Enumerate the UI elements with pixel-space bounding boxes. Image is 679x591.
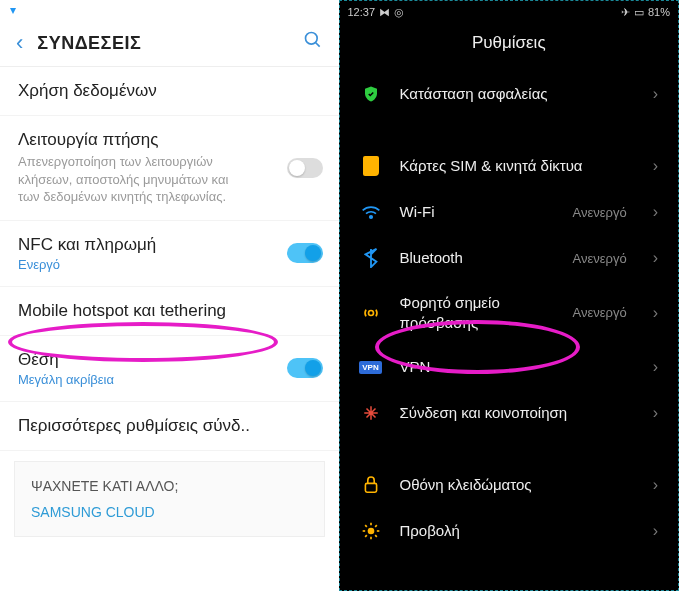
looking-for-box: ΨΑΧΝΕΤΕ ΚΑΤΙ ΑΛΛΟ; SAMSUNG CLOUD [14,461,325,537]
row-lockscreen[interactable]: Οθόνη κλειδώματος › [340,462,679,508]
status-text: Ενεργό [18,257,321,272]
row-bluetooth[interactable]: Bluetooth Ανενεργό › [340,235,679,281]
location-toggle[interactable] [287,358,323,378]
brightness-icon [360,520,382,542]
hotspot-icon [360,302,382,324]
chevron-right-icon: › [653,85,658,103]
label: Φορητό σημείο πρόσβασης [400,293,555,332]
description: Απενεργοποίηση των λειτουργιών κλήσεων, … [18,153,238,206]
svg-line-12 [365,535,367,537]
label: Bluetooth [400,248,555,268]
chevron-right-icon: › [653,249,658,267]
state-text: Ανενεργό [573,305,627,320]
chevron-right-icon: › [653,304,658,322]
nfc-toggle[interactable] [287,243,323,263]
label: Κάρτες SIM & κινητά δίκτυα [400,156,627,176]
share-icon [360,402,382,424]
row-hotspot[interactable]: Mobile hotspot και tethering [0,287,339,336]
wifi-icon [360,201,382,223]
svg-point-3 [368,310,373,315]
back-icon[interactable]: ‹ [16,30,23,56]
bluetooth-icon [360,247,382,269]
svg-line-13 [375,525,377,527]
svg-line-11 [375,535,377,537]
chevron-right-icon: › [653,522,658,540]
miui-settings-screen: 12:37 ⧓ ◎ ✈ ▭ 81% Ρυθμίσεις Κατάσταση ασ… [339,0,680,591]
bt-status-icon: ⧓ [379,6,390,19]
svg-point-0 [305,33,317,45]
status-text: Μεγάλη ακρίβεια [18,372,321,387]
search-icon[interactable] [303,30,323,56]
page-title: ΣΥΝΔΕΣΕΙΣ [37,33,302,54]
svg-rect-4 [365,483,376,492]
label: Θέση [18,350,321,370]
row-location[interactable]: Θέση Μεγάλη ακρίβεια [0,336,339,402]
row-nfc[interactable]: NFC και πληρωμή Ενεργό [0,221,339,287]
samsung-cloud-link[interactable]: SAMSUNG CLOUD [31,504,308,520]
svg-line-10 [365,525,367,527]
label: Προβολή [400,521,627,541]
shield-icon: ▾ [10,3,16,17]
location-status-icon: ◎ [394,6,404,19]
label: Wi-Fi [400,202,555,222]
state-text: Ανενεργό [573,205,627,220]
chevron-right-icon: › [653,404,658,422]
label: Οθόνη κλειδώματος [400,475,627,495]
clock: 12:37 [348,6,376,18]
row-hotspot[interactable]: Φορητό σημείο πρόσβασης Ανενεργό › [340,281,679,344]
header: ‹ ΣΥΝΔΕΣΕΙΣ [0,20,339,67]
row-display[interactable]: Προβολή › [340,508,679,554]
label: Λειτουργία πτήσης [18,130,321,150]
label: Σύνδεση και κοινοποίηση [400,403,627,423]
row-share[interactable]: Σύνδεση και κοινοποίηση › [340,390,679,436]
state-text: Ανενεργό [573,251,627,266]
flight-mode-toggle[interactable] [287,158,323,178]
label: VPN [400,357,627,377]
row-security[interactable]: Κατάσταση ασφαλείας › [340,71,679,117]
svg-point-5 [367,528,374,535]
samsung-settings-screen: ▾ ‹ ΣΥΝΔΕΣΕΙΣ Χρήση δεδομένων Λειτουργία… [0,0,339,591]
row-sim[interactable]: Κάρτες SIM & κινητά δίκτυα › [340,143,679,189]
battery-text: 81% [648,6,670,18]
shield-icon [360,83,382,105]
label: Χρήση δεδομένων [18,81,321,101]
svg-point-2 [369,216,372,219]
chevron-right-icon: › [653,203,658,221]
status-bar: 12:37 ⧓ ◎ ✈ ▭ 81% [340,1,679,23]
chevron-right-icon: › [653,157,658,175]
label: NFC και πληρωμή [18,235,321,255]
svg-line-1 [315,43,319,47]
row-flight-mode[interactable]: Λειτουργία πτήσης Απενεργοποίηση των λει… [0,116,339,221]
row-wifi[interactable]: Wi-Fi Ανενεργό › [340,189,679,235]
label: Mobile hotspot και tethering [18,301,321,321]
row-more-connections[interactable]: Περισσότερες ρυθμίσεις σύνδ.. [0,402,339,451]
chevron-right-icon: › [653,476,658,494]
battery-icon: ▭ [634,6,644,19]
row-data-usage[interactable]: Χρήση δεδομένων [0,67,339,116]
sim-icon [360,155,382,177]
prompt-text: ΨΑΧΝΕΤΕ ΚΑΤΙ ΑΛΛΟ; [31,478,308,494]
page-title: Ρυθμίσεις [340,23,679,71]
lock-icon [360,474,382,496]
vpn-icon: VPN [360,356,382,378]
chevron-right-icon: › [653,358,658,376]
label: Περισσότερες ρυθμίσεις σύνδ.. [18,416,321,436]
airplane-icon: ✈ [621,6,630,19]
label: Κατάσταση ασφαλείας [400,84,627,104]
row-vpn[interactable]: VPN VPN › [340,344,679,390]
status-bar: ▾ [0,0,339,20]
